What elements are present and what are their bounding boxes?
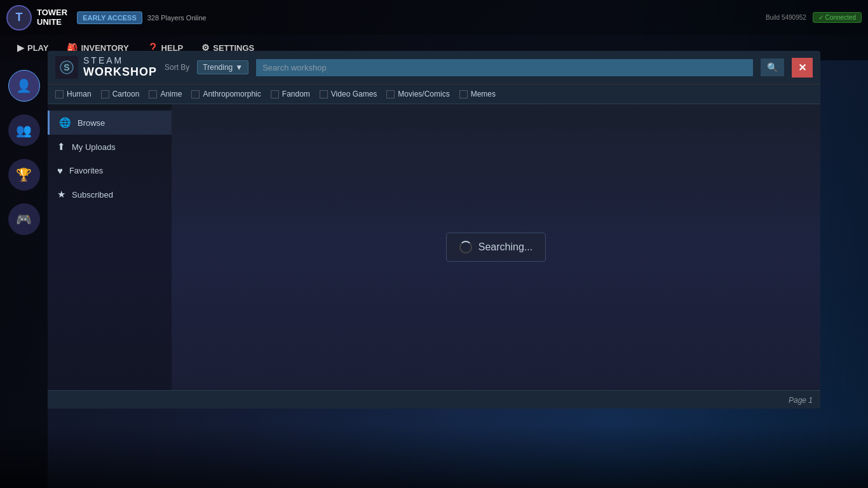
browse-icon: 🌐	[59, 117, 71, 128]
steam-workshop-logo: S STEAM WORKSHOP	[55, 56, 157, 79]
build-info-text: Build 5490952	[766, 14, 806, 21]
logo-symbol: T	[16, 11, 23, 24]
filter-movies-comics-label: Movies/Comics	[398, 90, 449, 98]
filter-memes-checkbox[interactable]	[459, 90, 468, 98]
filter-anime[interactable]: Anime	[149, 90, 182, 98]
filter-video-games[interactable]: Video Games	[320, 90, 377, 98]
top-bar: T TOWER UNITE EARLY ACCESS 328 Players O…	[0, 0, 868, 35]
filter-cartoon[interactable]: Cartoon	[101, 90, 140, 98]
filter-human-label: Human	[67, 90, 92, 98]
sidebar-icon-game[interactable]: 🎮	[8, 203, 40, 235]
sidenav-my-uploads[interactable]: ⬆ My Uploads	[48, 135, 172, 159]
sidenav-favorites[interactable]: ♥ Favorites	[48, 159, 172, 182]
filter-bar: Human Cartoon Anime Anthropomorphic Fand…	[48, 85, 820, 104]
connected-badge: ✓ Connected	[813, 12, 862, 23]
logo-title-line2: UNITE	[37, 18, 67, 27]
sort-option-text: Trending	[203, 63, 233, 72]
sidenav-subscribed-label: Subscribed	[72, 190, 113, 200]
search-button[interactable]: 🔍	[761, 58, 784, 76]
game-logo: T TOWER UNITE	[6, 5, 67, 30]
filter-memes[interactable]: Memes	[459, 90, 496, 98]
filter-memes-label: Memes	[471, 90, 496, 98]
heart-icon: ♥	[57, 165, 63, 176]
filter-cartoon-label: Cartoon	[112, 90, 140, 98]
loading-spinner	[459, 241, 472, 254]
nav-play-label: PLAY	[27, 43, 48, 53]
game-icon: 🎮	[16, 212, 32, 227]
filter-anime-label: Anime	[160, 90, 182, 98]
search-box-wrapper	[256, 59, 753, 76]
sort-dropdown[interactable]: Trending ▼	[197, 60, 248, 74]
top-right-info: Build 5490952 ✓ Connected	[766, 12, 862, 23]
filter-anthropomorphic-checkbox[interactable]	[191, 90, 200, 98]
filter-anime-checkbox[interactable]	[149, 90, 157, 98]
sidebar-icon-achievements[interactable]: 🏆	[8, 159, 40, 191]
page-indicator: Page 1	[789, 396, 813, 405]
workshop-footer: Page 1	[48, 390, 820, 409]
filter-video-games-checkbox[interactable]	[320, 90, 328, 98]
searching-text: Searching...	[478, 241, 532, 253]
steam-logo-box: S	[55, 56, 78, 79]
early-access-badge: EARLY ACCESS	[77, 11, 142, 24]
sidebar-icon-profile[interactable]: 👤	[8, 70, 40, 102]
profile-icon: 👤	[16, 78, 32, 93]
sidenav-uploads-label: My Uploads	[72, 142, 116, 152]
svg-text:S: S	[64, 62, 69, 72]
left-sidebar: 👤 👥 🏆 🎮	[0, 60, 48, 488]
logo-icon: T	[6, 5, 32, 30]
players-online-text: 328 Players Online	[147, 14, 207, 22]
upload-icon: ⬆	[57, 141, 65, 152]
workshop-overlay: S STEAM WORKSHOP Sort By Trending ▼ 🔍 ✕ …	[48, 51, 820, 440]
close-icon: ✕	[798, 62, 806, 73]
filter-fandom-label: Fandom	[282, 90, 310, 98]
friends-icon: 👥	[16, 123, 32, 138]
sidenav-browse[interactable]: 🌐 Browse	[48, 111, 172, 135]
star-icon: ★	[57, 189, 65, 200]
workshop-sidenav: 🌐 Browse ⬆ My Uploads ♥ Favorites ★ Subs…	[48, 104, 172, 390]
filter-movies-comics-checkbox[interactable]	[386, 90, 395, 98]
filter-anthropomorphic-label: Anthropomorphic	[203, 90, 261, 98]
sidenav-browse-label: Browse	[78, 118, 105, 128]
filter-anthropomorphic[interactable]: Anthropomorphic	[191, 90, 261, 98]
sidenav-subscribed[interactable]: ★ Subscribed	[48, 182, 172, 207]
close-button[interactable]: ✕	[792, 58, 813, 78]
searching-indicator: Searching...	[446, 233, 546, 262]
workshop-main: Searching...	[172, 104, 820, 390]
filter-human[interactable]: Human	[55, 90, 92, 98]
logo-title-line1: TOWER	[37, 8, 67, 17]
filter-cartoon-checkbox[interactable]	[101, 90, 109, 98]
workshop-header: S STEAM WORKSHOP Sort By Trending ▼ 🔍 ✕	[48, 51, 820, 85]
steam-label: STEAM	[83, 56, 157, 65]
sidenav-favorites-label: Favorites	[69, 166, 103, 175]
filter-video-games-label: Video Games	[331, 90, 377, 98]
filter-fandom-checkbox[interactable]	[271, 90, 279, 98]
workshop-content: 🌐 Browse ⬆ My Uploads ♥ Favorites ★ Subs…	[48, 104, 820, 390]
workshop-search-input[interactable]	[256, 59, 753, 76]
achievements-icon: 🏆	[16, 167, 32, 182]
filter-movies-comics[interactable]: Movies/Comics	[386, 90, 449, 98]
play-icon: ▶	[17, 43, 24, 53]
search-icon: 🔍	[767, 62, 778, 72]
steam-logo-icon: S	[59, 60, 74, 75]
workshop-title: WORKSHOP	[83, 66, 157, 79]
filter-fandom[interactable]: Fandom	[271, 90, 310, 98]
filter-human-checkbox[interactable]	[55, 90, 64, 98]
dropdown-arrow-icon: ▼	[235, 63, 243, 72]
sidebar-icon-friends[interactable]: 👥	[8, 114, 40, 146]
sort-by-label: Sort By	[165, 63, 189, 72]
